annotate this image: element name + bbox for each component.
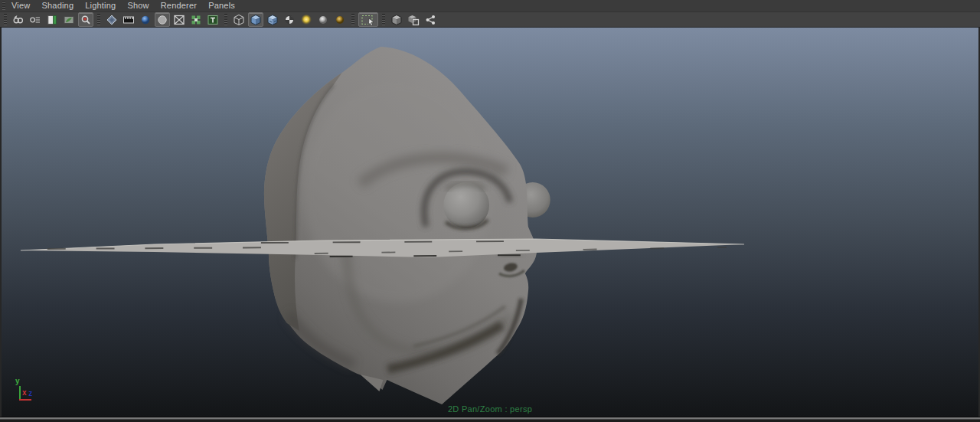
shaded-icon xyxy=(250,14,262,26)
lighting-flat-icon xyxy=(334,14,346,26)
menu-lighting[interactable]: Lighting xyxy=(83,0,117,11)
camera-hud-label: 2D Pan/Zoom : persp xyxy=(448,404,532,414)
lighting-flat-button[interactable] xyxy=(332,12,348,27)
menu-view[interactable]: View xyxy=(10,0,31,11)
xray-button[interactable] xyxy=(389,12,404,27)
pan-zoom-icon xyxy=(80,14,92,26)
wireframe-button[interactable] xyxy=(231,12,247,27)
resolution-gate-button[interactable] xyxy=(138,12,153,27)
safe-action-button[interactable] xyxy=(188,12,204,27)
select-camera-button[interactable] xyxy=(11,12,26,27)
axis-x-label: x xyxy=(22,388,27,397)
toolbar-drag-handle[interactable] xyxy=(97,14,100,25)
bookmarks-button[interactable] xyxy=(44,12,60,27)
camera-attributes-button[interactable] xyxy=(28,12,43,27)
axis-x-line xyxy=(19,399,31,401)
image-plane-icon xyxy=(63,14,75,26)
toolbar-drag-handle[interactable] xyxy=(382,14,385,25)
viewport-3d-persp[interactable]: y x z 2D Pan/Zoom : persp xyxy=(0,28,980,417)
menu-show[interactable]: Show xyxy=(126,0,150,11)
isolate-select-icon xyxy=(407,14,420,26)
safe-title-icon xyxy=(207,14,219,26)
plugin-share-button[interactable] xyxy=(423,12,438,27)
grease-pencil-icon xyxy=(106,14,118,26)
highlight-selection-button[interactable] xyxy=(358,12,378,27)
field-chart-icon xyxy=(173,14,185,26)
lighting-all-icon xyxy=(300,14,312,26)
toolbar-drag-handle[interactable] xyxy=(351,14,354,25)
film-gate-button[interactable] xyxy=(121,12,136,27)
lighting-all-button[interactable] xyxy=(299,12,314,27)
xray-icon xyxy=(390,14,403,26)
toolbar-drag-handle[interactable] xyxy=(4,14,7,25)
shaded-button[interactable] xyxy=(248,12,263,27)
use-default-material-button[interactable] xyxy=(282,12,297,27)
safe-title-button[interactable] xyxy=(205,12,220,27)
textured-button[interactable] xyxy=(265,12,280,27)
film-gate-icon xyxy=(122,14,135,26)
head-model-render xyxy=(2,28,978,417)
use-default-material-icon xyxy=(283,14,296,26)
maya-panel-window: ViewShadingLightingShowRendererPanels xyxy=(0,0,980,422)
bookmarks-icon xyxy=(46,14,58,26)
lighting-selected-icon xyxy=(317,14,329,26)
panel-icon-toolbar xyxy=(0,12,980,28)
field-chart-button[interactable] xyxy=(172,12,187,27)
axis-y-line xyxy=(19,386,21,399)
camera-attributes-icon xyxy=(29,14,41,26)
menu-panels[interactable]: Panels xyxy=(207,0,237,11)
select-camera-icon xyxy=(12,14,24,26)
grease-pencil-button[interactable] xyxy=(104,12,119,27)
safe-action-icon xyxy=(190,14,202,26)
plugin-share-icon xyxy=(424,14,436,26)
image-plane-button[interactable] xyxy=(61,12,77,27)
ground-plane xyxy=(21,239,744,257)
highlight-selection-icon xyxy=(361,14,376,26)
textured-icon xyxy=(266,14,279,26)
menubar-grip[interactable] xyxy=(2,2,5,10)
resolution-gate-icon xyxy=(139,14,152,26)
gate-mask-button[interactable] xyxy=(155,12,170,27)
pan-zoom-button[interactable] xyxy=(78,12,93,27)
axis-gizmo: y x z xyxy=(15,378,50,404)
toolbar-drag-handle[interactable] xyxy=(224,14,227,25)
gate-mask-icon xyxy=(156,14,168,26)
wireframe-icon xyxy=(233,14,245,26)
axis-y-label: y xyxy=(15,377,20,385)
panel-menubar: ViewShadingLightingShowRendererPanels xyxy=(0,0,980,12)
lighting-selected-button[interactable] xyxy=(315,12,331,27)
menu-shading[interactable]: Shading xyxy=(40,0,75,11)
axis-z-label: z xyxy=(28,389,32,397)
isolate-select-button[interactable] xyxy=(406,12,421,27)
panel-bottom-border xyxy=(0,417,980,422)
panel-menu-items: ViewShadingLightingShowRendererPanels xyxy=(10,0,245,11)
menu-renderer[interactable]: Renderer xyxy=(159,0,198,11)
